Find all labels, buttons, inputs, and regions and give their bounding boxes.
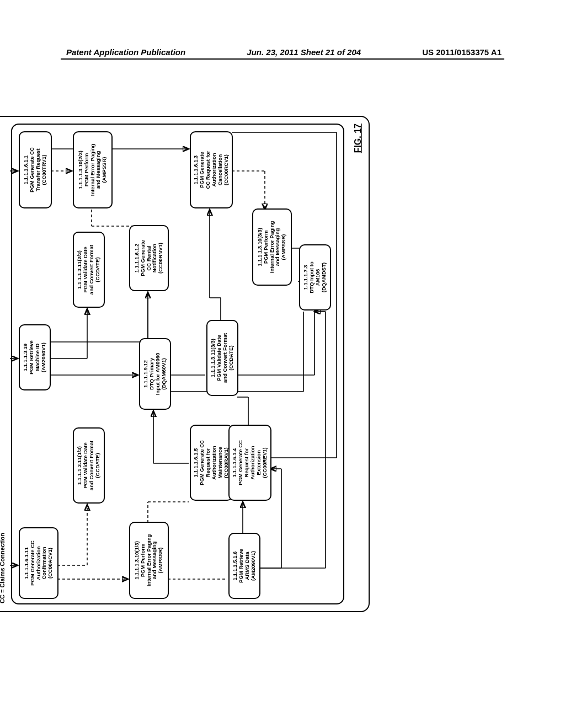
node-cc00rcv1: 1.1.1.1.6.1.3PGM GenerateCC Request forA… bbox=[190, 131, 233, 208]
node-am2050v1: 1.1.1.1.3.19PGM RetrieveMachine ID(AM205… bbox=[19, 324, 51, 390]
header-right: US 2011/0153375 A1 bbox=[422, 47, 502, 57]
node-ampssr-3: 1.1.1.1.3.10(3/3)PGM PerformInternal Err… bbox=[252, 208, 292, 286]
node-cc00rev1: 1.1.1.1.6.1.4PGM Generate CCRequest forA… bbox=[228, 425, 271, 501]
diagram-container: 1.1.1.1.6.1 AUT Generate Claims Connecti… bbox=[39, 171, 535, 557]
page-header: Patent Application Publication Jun. 23, … bbox=[0, 47, 565, 57]
node-ccdate-3: 1.1.1.1.3.11(3/3)PGM Validate Dateand Co… bbox=[206, 320, 238, 396]
node-ampssr-1: 1.1.1.1.3.10(1/3)PGM PerformInternal Err… bbox=[129, 522, 169, 599]
node-ccdate-1: 1.1.1.1.3.11(1/3)PGM Validate Dateand Co… bbox=[73, 427, 105, 504]
node-dqamdst: 1.1.1.1.7.3DTQ Input toAM106(DQAMDST) bbox=[299, 244, 331, 311]
node-cc00rav1: 1.1.1.1.6.1.5PGM Generate CCRequest forA… bbox=[190, 425, 233, 501]
header-divider bbox=[61, 58, 504, 60]
header-left: Patent Application Publication bbox=[66, 47, 185, 57]
node-cc00trv1: 1.1.1.1.6.1.1PGM Generate CCTransfer Req… bbox=[19, 131, 52, 208]
node-ccdate-2: 1.1.1.1.3.11(2/3)PGM Validate Dateand Co… bbox=[73, 232, 105, 308]
node-cc00acv1: 1.1.1.1.6.1.11PGM Generate CCAuthorizati… bbox=[19, 527, 58, 599]
header-center: Jun. 23, 2011 Sheet 21 of 204 bbox=[247, 47, 361, 57]
node-ampssr-2: 1.1.1.1.3.10(2/3)PGM PerformInternal Err… bbox=[73, 131, 113, 208]
node-cc00rnv1: 1.1.1.1.6.1.2PGM GenerateCC RentalNotifi… bbox=[129, 225, 169, 291]
node-am2090v1: 1.1.1.1.5.1.6PGM RetrieveARMS Data(AM209… bbox=[228, 533, 260, 599]
node-dqam60v1: 1.1.1.1.9.12DTQ PrimaryInput for AM0060(… bbox=[139, 338, 171, 410]
